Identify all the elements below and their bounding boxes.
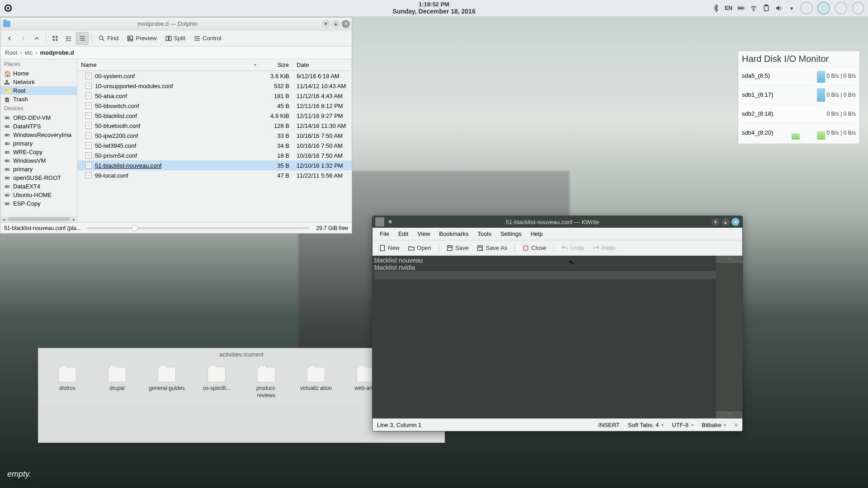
- kwrite-titlebar[interactable]: 51-blacklist-nouveau.conf — KWrite ▾ ▴ ✕: [373, 216, 742, 228]
- device-item[interactable]: DataEXT4: [0, 182, 77, 191]
- volume-icon[interactable]: [775, 4, 783, 12]
- close-button[interactable]: ✕: [342, 20, 350, 28]
- tray-expand-icon[interactable]: ▾: [788, 4, 796, 12]
- bluetooth-icon[interactable]: [712, 4, 720, 12]
- compact-view-button[interactable]: [62, 32, 75, 45]
- device-item[interactable]: WindowsVM: [0, 156, 77, 165]
- menu-bookmarks[interactable]: Bookmarks: [434, 229, 473, 239]
- save-as-button[interactable]: Save As: [473, 243, 511, 253]
- folder-item[interactable]: distros: [49, 367, 85, 399]
- column-name-header[interactable]: Name ▾: [77, 61, 260, 68]
- device-item[interactable]: DataNTFS: [0, 122, 77, 131]
- split-button[interactable]: Split: [161, 33, 189, 44]
- file-row[interactable]: 50-prism54.conf18 B10/16/16 7:50 AM: [77, 150, 352, 160]
- folder-item[interactable]: general-guides: [149, 367, 185, 399]
- zoom-slider[interactable]: [84, 227, 312, 229]
- column-date-header[interactable]: Date: [293, 61, 352, 68]
- close-doc-button[interactable]: Close: [519, 243, 550, 253]
- device-label: ORD-DEV-VM: [13, 114, 51, 121]
- keyboard-layout[interactable]: EN: [725, 5, 732, 11]
- file-row[interactable]: 50-bluetooth.conf128 B12/14/16 11:30 AM: [77, 121, 352, 131]
- pin-icon[interactable]: [387, 219, 393, 225]
- icons-view-button[interactable]: [49, 32, 61, 45]
- places-item[interactable]: 🏠Home: [0, 69, 77, 78]
- up-button[interactable]: [30, 32, 43, 45]
- device-item[interactable]: WindowsRecoveryIma: [0, 131, 77, 139]
- sidebar-scrollbar[interactable]: ◂▸: [0, 216, 77, 222]
- folder-item[interactable]: product-reviews: [248, 367, 284, 399]
- device-item[interactable]: primary: [0, 165, 77, 174]
- scroll-down-icon[interactable]: ˅: [716, 411, 742, 418]
- activity-3[interactable]: [835, 2, 847, 14]
- device-item[interactable]: ESP-Copy: [0, 199, 77, 208]
- line-wrap-icon[interactable]: ≡: [734, 422, 738, 428]
- menu-tools[interactable]: Tools: [473, 229, 495, 239]
- device-item[interactable]: Ubuntu-HOME: [0, 191, 77, 199]
- activity-2[interactable]: [817, 2, 830, 14]
- file-date: 11/22/11 5:56 AM: [293, 172, 352, 179]
- new-button[interactable]: New: [375, 243, 403, 253]
- preview-button[interactable]: Preview: [123, 33, 160, 44]
- activity-1[interactable]: [800, 2, 813, 14]
- details-view-button[interactable]: [76, 32, 89, 45]
- menu-file[interactable]: File: [375, 229, 394, 239]
- kwrite-maximize-button[interactable]: ▴: [722, 218, 730, 226]
- breadcrumb-current[interactable]: modprobe.d: [40, 49, 74, 56]
- folder-item[interactable]: drupal: [99, 367, 135, 399]
- file-row[interactable]: 50-alsa.conf181 B11/12/16 4:43 AM: [77, 91, 352, 101]
- file-row[interactable]: 50-bbswitch.conf45 B12/11/16 8:12 PM: [77, 101, 352, 111]
- open-button[interactable]: Open: [404, 243, 435, 253]
- wifi-icon[interactable]: [750, 4, 758, 12]
- file-row[interactable]: 00-system.conf3.6 KiB9/12/16 6:19 AM: [77, 71, 352, 81]
- device-item[interactable]: ORD-DEV-VM: [0, 113, 77, 122]
- menu-help[interactable]: Help: [526, 229, 547, 239]
- encoding[interactable]: UTF-8: [672, 422, 693, 428]
- save-button[interactable]: Save: [443, 243, 472, 253]
- file-row[interactable]: 51-blacklist-nouveau.conf35 B12/10/16 1:…: [77, 160, 352, 170]
- minimap[interactable]: ˄ ˅: [716, 256, 742, 418]
- places-item[interactable]: 🖧Network: [0, 78, 77, 86]
- file-row[interactable]: 50-ipw2200.conf33 B10/16/16 7:50 AM: [77, 131, 352, 141]
- syntax-mode[interactable]: Bitbake: [702, 422, 726, 428]
- menu-edit[interactable]: Edit: [394, 229, 413, 239]
- app-launcher-button[interactable]: [0, 0, 16, 16]
- places-item[interactable]: 🗑Trash: [0, 95, 77, 103]
- activity-4[interactable]: [852, 2, 864, 14]
- places-item[interactable]: 📁Root: [0, 86, 77, 95]
- maximize-button[interactable]: ▴: [332, 20, 340, 28]
- undo-button[interactable]: Undo: [557, 243, 588, 253]
- folder-icon: [108, 367, 126, 382]
- minimize-button[interactable]: ▾: [322, 20, 330, 28]
- kwrite-minimize-button[interactable]: ▾: [712, 218, 720, 226]
- breadcrumb-root[interactable]: Root: [5, 49, 17, 56]
- kwrite-close-button[interactable]: ✕: [731, 218, 740, 226]
- folder-label: os-specifi...: [198, 385, 235, 392]
- file-row[interactable]: 10-unsupported-modules.conf532 B11/14/12…: [77, 81, 352, 91]
- battery-icon[interactable]: [737, 4, 745, 12]
- device-item[interactable]: WRE-Copy: [0, 148, 77, 156]
- edit-mode[interactable]: INSERT: [598, 422, 619, 428]
- device-item[interactable]: primary: [0, 139, 77, 148]
- clock[interactable]: 1:19:52 PM Sunday, December 18, 2016: [392, 1, 475, 15]
- find-button[interactable]: Find: [94, 33, 122, 44]
- file-row[interactable]: 50-iwl3945.conf34 B10/16/16 7:50 AM: [77, 141, 352, 150]
- tab-mode[interactable]: Soft Tabs: 4: [628, 422, 664, 428]
- folder-item[interactable]: os-specifi...: [198, 367, 235, 399]
- breadcrumb-etc[interactable]: etc: [25, 49, 33, 56]
- redo-button[interactable]: Redo: [589, 243, 619, 253]
- menu-view[interactable]: View: [413, 229, 434, 239]
- column-size-header[interactable]: Size: [260, 61, 293, 68]
- control-button[interactable]: Control: [190, 33, 225, 44]
- menu-settings[interactable]: Settings: [496, 229, 526, 239]
- file-row[interactable]: 50-blacklist.conf4.9 KiB12/11/16 9:27 PM: [77, 111, 352, 121]
- svg-point-47: [9, 186, 9, 187]
- clipboard-icon[interactable]: [762, 4, 770, 12]
- forward-button[interactable]: [17, 32, 29, 45]
- folder-item[interactable]: virtualiz ation: [298, 367, 334, 399]
- file-row[interactable]: 99-local.conf47 B11/22/11 5:56 AM: [77, 170, 352, 180]
- device-item[interactable]: openSUSE-ROOT: [0, 174, 77, 182]
- dolphin-titlebar[interactable]: modprobe.d — Dolphin ▾ ▴ ✕: [0, 18, 352, 30]
- editor-area[interactable]: blacklist nouveaublacklist nvidia ˄ ˅: [373, 256, 742, 418]
- scroll-up-icon[interactable]: ˄: [716, 256, 742, 263]
- back-button[interactable]: [3, 32, 16, 45]
